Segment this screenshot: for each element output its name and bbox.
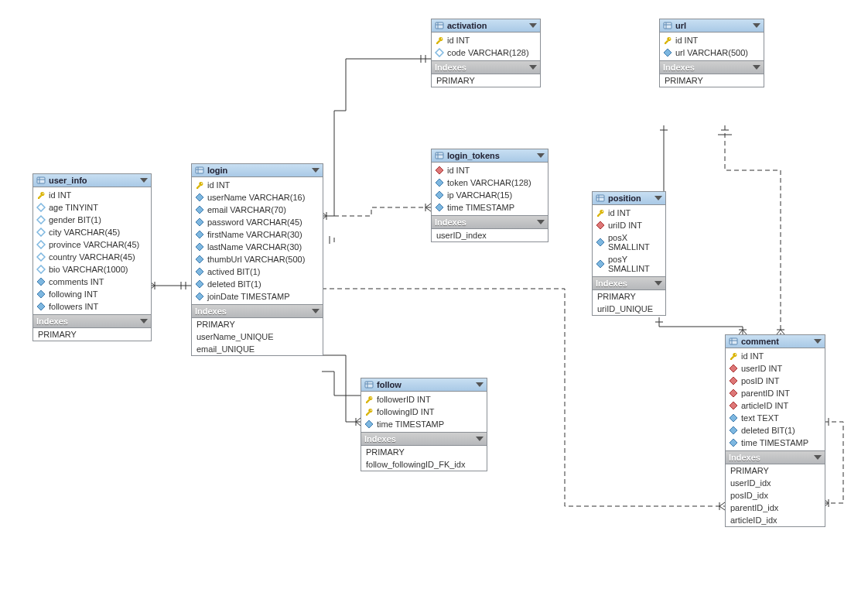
column-row[interactable]: userName VARCHAR(16) bbox=[192, 191, 323, 204]
column-row[interactable]: url VARCHAR(500) bbox=[660, 46, 764, 59]
index-row[interactable]: PRIMARY bbox=[593, 290, 665, 303]
collapse-icon[interactable] bbox=[814, 339, 822, 344]
column-row[interactable]: time TIMESTAMP bbox=[361, 418, 487, 430]
column-row[interactable]: joinDate TIMESTAMP bbox=[192, 290, 323, 303]
entity-header[interactable]: comment bbox=[726, 335, 825, 348]
column-row[interactable]: followingID INT bbox=[361, 406, 487, 418]
entity-comment[interactable]: commentid INTuserID INTposID INTparentID… bbox=[725, 334, 825, 527]
collapse-icon[interactable] bbox=[140, 319, 148, 324]
column-row[interactable]: password VARCHAR(45) bbox=[192, 216, 323, 228]
column-row[interactable]: firstName VARCHAR(30) bbox=[192, 228, 323, 241]
column-row[interactable]: posID INT bbox=[726, 375, 825, 387]
column-row[interactable]: following INT bbox=[33, 288, 151, 300]
collapse-icon[interactable] bbox=[529, 65, 537, 70]
collapse-icon[interactable] bbox=[654, 281, 662, 286]
column-row[interactable]: actived BIT(1) bbox=[192, 265, 323, 278]
collapse-icon[interactable] bbox=[537, 220, 545, 224]
column-row[interactable]: code VARCHAR(128) bbox=[432, 46, 540, 59]
entity-header[interactable]: user_info bbox=[33, 174, 151, 187]
index-row[interactable]: parentID_idx bbox=[726, 502, 825, 514]
entity-user_info[interactable]: user_infoid INTage TINYINTgender BIT(1)c… bbox=[32, 173, 152, 341]
index-row[interactable]: PRIMARY bbox=[432, 74, 540, 87]
column-row[interactable]: token VARCHAR(128) bbox=[432, 176, 548, 189]
collapse-icon[interactable] bbox=[476, 437, 484, 441]
entity-header[interactable]: url bbox=[660, 19, 764, 33]
indexes-header[interactable]: Indexes bbox=[726, 450, 825, 464]
entity-header[interactable]: login_tokens bbox=[432, 149, 548, 163]
entity-header[interactable]: login bbox=[192, 164, 323, 177]
column-row[interactable]: text TEXT bbox=[726, 412, 825, 424]
index-row[interactable]: PRIMARY bbox=[726, 464, 825, 477]
column-row[interactable]: posX SMALLINT bbox=[593, 231, 665, 253]
entity-header[interactable]: activation bbox=[432, 19, 540, 33]
entity-login[interactable]: loginid INTuserName VARCHAR(16)email VAR… bbox=[191, 163, 323, 356]
indexes-header[interactable]: Indexes bbox=[432, 215, 548, 229]
indexes-header[interactable]: Indexes bbox=[432, 60, 540, 74]
column-row[interactable]: userID INT bbox=[726, 362, 825, 375]
column-row[interactable]: lastName VARCHAR(30) bbox=[192, 241, 323, 253]
index-row[interactable]: PRIMARY bbox=[33, 328, 151, 341]
column-row[interactable]: id INT bbox=[660, 34, 764, 46]
collapse-icon[interactable] bbox=[814, 455, 822, 460]
column-row[interactable]: country VARCHAR(45) bbox=[33, 251, 151, 263]
column-row[interactable]: followerID INT bbox=[361, 393, 487, 406]
index-row[interactable]: PRIMARY bbox=[361, 446, 487, 458]
column-row[interactable]: deleted BIT(1) bbox=[726, 424, 825, 437]
column-row[interactable]: id INT bbox=[432, 164, 548, 176]
column-row[interactable]: thumbUrl VARCHAR(500) bbox=[192, 253, 323, 265]
column-row[interactable]: time TIMESTAMP bbox=[726, 437, 825, 449]
index-row[interactable]: userName_UNIQUE bbox=[192, 330, 323, 343]
collapse-icon[interactable] bbox=[753, 65, 760, 70]
column-row[interactable]: gender BIT(1) bbox=[33, 214, 151, 226]
collapse-icon[interactable] bbox=[537, 153, 545, 158]
index-row[interactable]: email_UNIQUE bbox=[192, 343, 323, 355]
collapse-icon[interactable] bbox=[476, 382, 484, 387]
column-row[interactable]: id INT bbox=[726, 350, 825, 362]
entity-position[interactable]: positionid INTuriID INTposX SMALLINTposY… bbox=[592, 191, 666, 316]
index-row[interactable]: userID_idx bbox=[726, 477, 825, 489]
column-row[interactable]: id INT bbox=[593, 207, 665, 219]
index-row[interactable]: PRIMARY bbox=[192, 318, 323, 330]
collapse-icon[interactable] bbox=[312, 309, 320, 313]
column-row[interactable]: age TINYINT bbox=[33, 201, 151, 214]
collapse-icon[interactable] bbox=[140, 178, 148, 183]
column-row[interactable]: id INT bbox=[192, 179, 323, 191]
entity-header[interactable]: position bbox=[593, 192, 665, 205]
column-row[interactable]: parentID INT bbox=[726, 387, 825, 399]
column-row[interactable]: city VARCHAR(45) bbox=[33, 226, 151, 238]
column-row[interactable]: uriID INT bbox=[593, 219, 665, 231]
column-row[interactable]: comments INT bbox=[33, 276, 151, 288]
index-row[interactable]: articleID_idx bbox=[726, 514, 825, 526]
indexes-header[interactable]: Indexes bbox=[593, 276, 665, 290]
column-row[interactable]: time TIMESTAMP bbox=[432, 201, 548, 214]
index-row[interactable]: PRIMARY bbox=[660, 74, 764, 87]
column-row[interactable]: bio VARCHAR(1000) bbox=[33, 263, 151, 276]
column-row[interactable]: email VARCHAR(70) bbox=[192, 204, 323, 216]
column-row[interactable]: articleID INT bbox=[726, 399, 825, 412]
column-row[interactable]: id INT bbox=[33, 189, 151, 201]
columns-section: id INTcode VARCHAR(128) bbox=[432, 33, 540, 60]
column-row[interactable]: id INT bbox=[432, 34, 540, 46]
collapse-icon[interactable] bbox=[529, 23, 537, 28]
indexes-header[interactable]: Indexes bbox=[361, 432, 487, 446]
column-row[interactable]: province VARCHAR(45) bbox=[33, 238, 151, 251]
column-row[interactable]: deleted BIT(1) bbox=[192, 278, 323, 290]
entity-login_tokens[interactable]: login_tokensid INTtoken VARCHAR(128)ip V… bbox=[431, 149, 548, 242]
indexes-header[interactable]: Indexes bbox=[33, 314, 151, 328]
indexes-header[interactable]: Indexes bbox=[660, 60, 764, 74]
indexes-header[interactable]: Indexes bbox=[192, 304, 323, 318]
entity-follow[interactable]: followfollowerID INTfollowingID INTtime … bbox=[361, 378, 487, 471]
collapse-icon[interactable] bbox=[753, 23, 760, 28]
entity-activation[interactable]: activationid INTcode VARCHAR(128)Indexes… bbox=[431, 19, 541, 87]
entity-url[interactable]: urlid INTurl VARCHAR(500)IndexesPRIMARY bbox=[659, 19, 764, 87]
collapse-icon[interactable] bbox=[654, 196, 662, 200]
index-row[interactable]: uriID_UNIQUE bbox=[593, 303, 665, 315]
column-row[interactable]: ip VARCHAR(15) bbox=[432, 189, 548, 201]
index-row[interactable]: posID_idx bbox=[726, 489, 825, 502]
collapse-icon[interactable] bbox=[312, 168, 320, 173]
index-row[interactable]: userID_index bbox=[432, 229, 548, 241]
entity-header[interactable]: follow bbox=[361, 378, 487, 392]
column-row[interactable]: followers INT bbox=[33, 300, 151, 313]
index-row[interactable]: follow_followingID_FK_idx bbox=[361, 458, 487, 471]
column-row[interactable]: posY SMALLINT bbox=[593, 253, 665, 275]
